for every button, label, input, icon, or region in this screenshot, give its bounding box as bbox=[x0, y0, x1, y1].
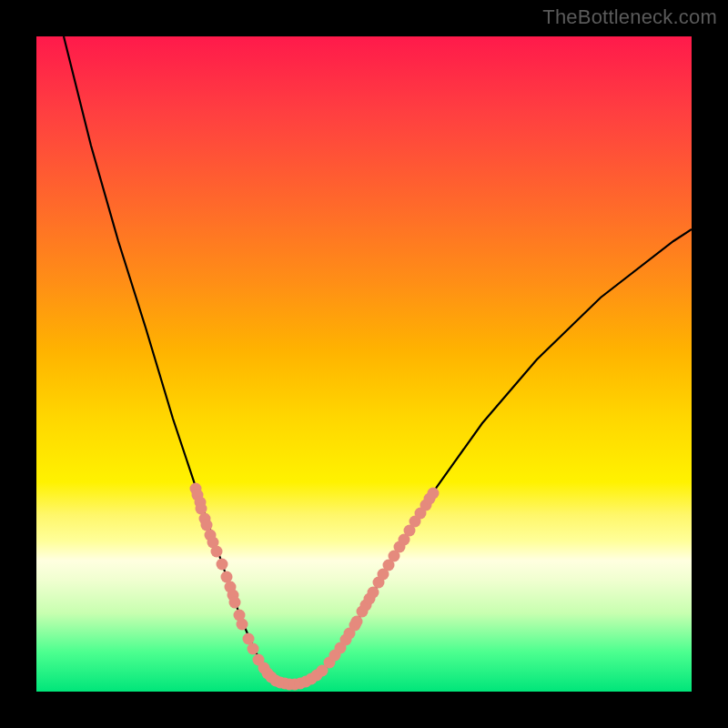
data-marker bbox=[237, 619, 248, 631]
data-marker bbox=[229, 597, 241, 609]
chart-svg bbox=[36, 36, 692, 692]
data-markers bbox=[190, 483, 440, 691]
data-marker bbox=[351, 616, 363, 628]
data-marker bbox=[217, 559, 228, 571]
watermark-text: TheBottleneck.com bbox=[542, 5, 717, 29]
data-marker bbox=[211, 546, 223, 558]
data-marker bbox=[248, 643, 259, 655]
chart-frame: TheBottleneck.com bbox=[0, 0, 728, 728]
data-marker bbox=[428, 488, 440, 500]
plot-area bbox=[36, 36, 692, 692]
data-marker bbox=[368, 587, 379, 599]
